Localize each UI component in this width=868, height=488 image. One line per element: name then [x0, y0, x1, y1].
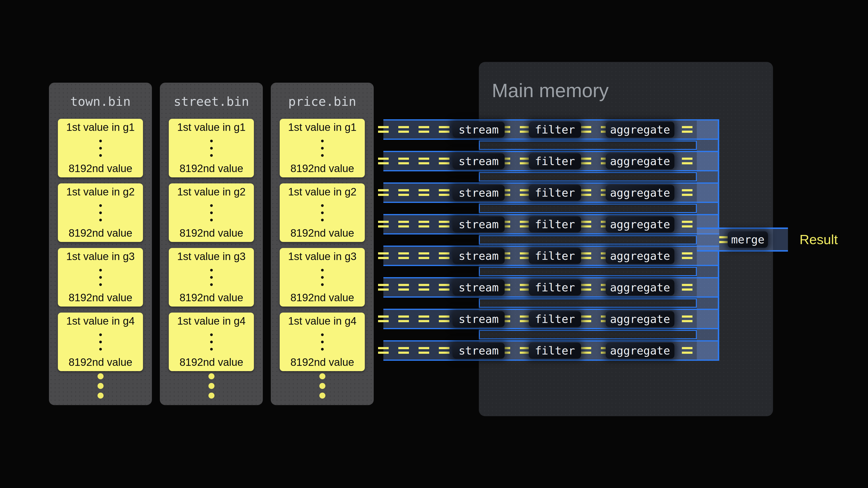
value-group-block: 1st value in g3 8192nd value: [169, 248, 254, 306]
last-value-label: 8192nd value: [58, 162, 143, 174]
ellipsis-dots-icon: [210, 269, 213, 286]
ellipsis-dots-icon: [99, 269, 102, 286]
value-group-block: 1st value in g2 8192nd value: [169, 184, 254, 242]
last-value-label: 8192nd value: [280, 227, 365, 239]
filter-badge: filter: [529, 185, 581, 201]
last-value-label: 8192nd value: [280, 292, 365, 304]
last-value-label: 8192nd value: [280, 356, 365, 368]
more-groups-dots-icon: [319, 373, 325, 399]
value-group-block: 1st value in g2 8192nd value: [280, 184, 365, 242]
stream-badge: stream: [453, 122, 505, 138]
filter-badge: filter: [529, 311, 581, 327]
last-value-label: 8192nd value: [169, 227, 254, 239]
ellipsis-dots-icon: [210, 333, 213, 350]
aggregate-badge: aggregate: [606, 122, 674, 138]
ellipsis-dots-icon: [99, 139, 102, 157]
first-value-label: 1st value in g1: [58, 121, 143, 133]
file-column: street.bin 1st value in g1 8192nd value …: [160, 83, 263, 405]
value-group-block: 1st value in g1 8192nd value: [169, 119, 254, 177]
ellipsis-dots-icon: [321, 204, 323, 221]
stream-badge: stream: [453, 311, 505, 327]
first-value-label: 1st value in g4: [58, 315, 143, 327]
file-column: town.bin 1st value in g1 8192nd value 1s…: [49, 83, 152, 405]
last-value-label: 8192nd value: [169, 292, 254, 304]
first-value-label: 1st value in g2: [58, 186, 143, 198]
aggregate-badge: aggregate: [606, 185, 674, 201]
columnar-query-pipeline-diagram: Main memory town.bin 1st value in g1 819…: [0, 0, 868, 488]
aggregate-badge: aggregate: [606, 217, 674, 232]
first-value-label: 1st value in g3: [169, 250, 254, 262]
first-value-label: 1st value in g2: [280, 186, 365, 198]
ellipsis-dots-icon: [210, 139, 213, 157]
first-value-label: 1st value in g3: [280, 250, 365, 262]
value-group-block: 1st value in g4 8192nd value: [280, 313, 365, 371]
ellipsis-dots-icon: [99, 333, 102, 350]
value-group-block: 1st value in g3 8192nd value: [58, 248, 143, 306]
pipeline-spine-border: [718, 119, 719, 227]
first-value-label: 1st value in g3: [58, 250, 143, 262]
value-group-block: 1st value in g3 8192nd value: [280, 248, 365, 306]
buffer-box: [479, 298, 697, 308]
first-value-label: 1st value in g4: [169, 315, 254, 327]
ellipsis-dots-icon: [210, 204, 213, 221]
pipeline-spine-border: [718, 252, 719, 361]
aggregate-badge: aggregate: [606, 153, 674, 169]
value-group-block: 1st value in g4 8192nd value: [169, 313, 254, 371]
buffer-box: [479, 267, 697, 276]
first-value-label: 1st value in g1: [280, 121, 365, 133]
aggregate-badge: aggregate: [606, 248, 674, 264]
value-group-block: 1st value in g1 8192nd value: [280, 119, 365, 177]
merge-badge: merge: [728, 231, 768, 248]
value-group-block: 1st value in g2 8192nd value: [58, 184, 143, 242]
value-group-block: 1st value in g4 8192nd value: [58, 313, 143, 371]
last-value-label: 8192nd value: [169, 356, 254, 368]
stream-badge: stream: [453, 185, 505, 201]
file-column-header: town.bin: [49, 94, 152, 109]
buffer-box: [479, 204, 697, 213]
aggregate-badge: aggregate: [606, 343, 674, 359]
last-value-label: 8192nd value: [58, 356, 143, 368]
filter-badge: filter: [529, 153, 581, 169]
buffer-box: [479, 172, 697, 182]
value-group-block: 1st value in g1 8192nd value: [58, 119, 143, 177]
result-label: Result: [800, 232, 838, 247]
file-column-header: price.bin: [271, 94, 374, 109]
ellipsis-dots-icon: [321, 333, 323, 350]
filter-badge: filter: [529, 122, 581, 138]
first-value-label: 1st value in g4: [280, 315, 365, 327]
last-value-label: 8192nd value: [58, 292, 143, 304]
filter-badge: filter: [529, 217, 581, 232]
ellipsis-dots-icon: [99, 204, 102, 221]
more-groups-dots-icon: [208, 373, 214, 399]
ellipsis-dots-icon: [321, 139, 323, 157]
stream-badge: stream: [453, 217, 505, 232]
ellipsis-dots-icon: [321, 269, 323, 286]
first-value-label: 1st value in g1: [169, 121, 254, 133]
filter-badge: filter: [529, 343, 581, 359]
buffer-box: [479, 140, 697, 150]
last-value-label: 8192nd value: [280, 162, 365, 174]
file-column: price.bin 1st value in g1 8192nd value 1…: [271, 83, 374, 405]
main-memory-title: Main memory: [492, 79, 609, 102]
filter-badge: filter: [529, 248, 581, 264]
buffer-box: [479, 235, 697, 245]
first-value-label: 1st value in g2: [169, 186, 254, 198]
stream-badge: stream: [453, 248, 505, 264]
stream-badge: stream: [453, 343, 505, 359]
filter-badge: filter: [529, 280, 581, 295]
last-value-label: 8192nd value: [58, 227, 143, 239]
stream-badge: stream: [453, 153, 505, 169]
buffer-box: [479, 330, 697, 339]
stream-badge: stream: [453, 280, 505, 295]
more-groups-dots-icon: [97, 373, 103, 399]
last-value-label: 8192nd value: [169, 162, 254, 174]
file-column-header: street.bin: [160, 94, 263, 109]
aggregate-badge: aggregate: [606, 311, 674, 327]
aggregate-badge: aggregate: [606, 280, 674, 295]
